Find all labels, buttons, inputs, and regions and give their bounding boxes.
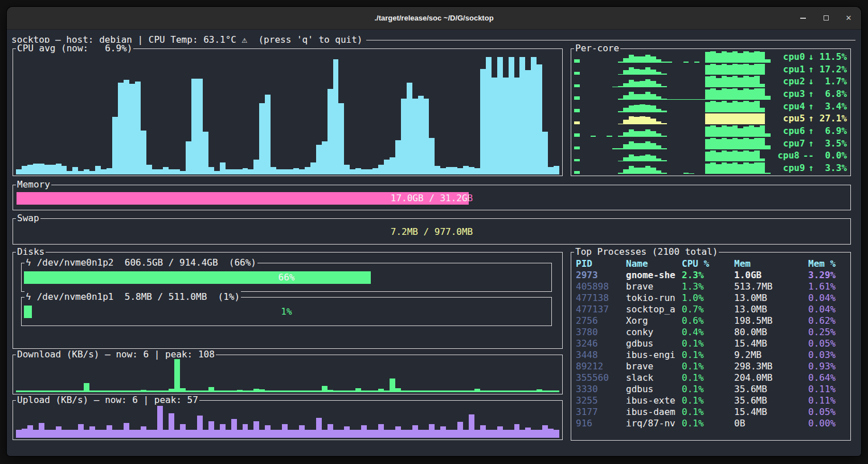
bar — [463, 166, 469, 174]
bar — [33, 430, 39, 438]
bar — [310, 430, 316, 438]
bar — [765, 173, 771, 174]
bar — [760, 64, 765, 75]
bar — [22, 166, 27, 174]
maximize-button[interactable] — [821, 14, 830, 23]
bar — [338, 430, 344, 438]
bar — [656, 121, 662, 125]
bar — [710, 150, 716, 162]
bar — [327, 89, 333, 175]
bar — [623, 58, 629, 63]
minimize-button[interactable] — [799, 14, 808, 23]
bar — [743, 138, 749, 149]
column-header-cpu-: CPU % — [682, 258, 734, 270]
bar — [705, 52, 711, 63]
bar — [738, 64, 743, 75]
cpu4-sparkline — [574, 100, 775, 113]
bar — [135, 430, 141, 438]
bar — [293, 390, 299, 392]
bar — [661, 62, 667, 63]
bar — [203, 430, 208, 438]
gauge-fill: 17.0GB / 31.2GB — [17, 192, 469, 205]
process-pid: 89212 — [576, 361, 626, 372]
bar — [157, 406, 163, 438]
cpu6-cval: 6.9% — [817, 125, 847, 137]
bar — [469, 390, 474, 392]
bar — [749, 139, 755, 149]
bar — [618, 136, 624, 137]
bar — [574, 96, 580, 100]
bar — [78, 390, 84, 392]
bar — [738, 139, 743, 149]
bar — [722, 138, 727, 149]
cpu8-sparkline — [574, 150, 775, 162]
bar — [33, 164, 39, 174]
bar — [265, 95, 271, 174]
bar — [124, 423, 129, 438]
bar — [722, 101, 727, 112]
bar — [732, 162, 738, 174]
process-memp: 0.93% — [808, 361, 847, 372]
bar — [760, 88, 765, 100]
cpu0-label: cpu0↓11.5% — [775, 51, 847, 63]
bar — [743, 101, 749, 112]
cpu4-trend-icon: ↑ — [808, 101, 814, 112]
bar — [722, 113, 727, 125]
bar — [554, 390, 559, 392]
bar — [705, 139, 711, 149]
process-name: brave — [626, 281, 682, 292]
process-name: brave — [626, 361, 682, 372]
bar — [629, 166, 634, 174]
bar — [169, 389, 174, 392]
bar — [101, 390, 107, 392]
cpu1-cname: cpu1 — [783, 64, 805, 75]
bar — [716, 127, 722, 137]
column-header-pid: PID — [576, 258, 626, 270]
close-button[interactable]: ✕ — [844, 14, 853, 23]
bar — [141, 390, 146, 392]
disk-item-title: ϟ/dev/nvme0n1p2 606.5GB / 914.4GB (66%) — [24, 257, 257, 268]
bar — [722, 125, 727, 137]
bar — [474, 430, 480, 438]
bar — [509, 57, 514, 174]
process-mem: 13.0MB — [734, 304, 808, 315]
core-row-cpu0: cpu0↓11.5% — [574, 51, 847, 63]
bar — [174, 169, 180, 174]
bar — [705, 164, 711, 174]
bar — [656, 109, 662, 112]
bar — [738, 152, 743, 161]
bar — [333, 59, 339, 174]
bar — [84, 383, 89, 392]
bar — [705, 89, 711, 100]
process-cpu: 0.1% — [682, 349, 734, 361]
bar — [248, 430, 253, 438]
bar — [231, 169, 237, 174]
bar — [705, 127, 711, 137]
bar — [727, 77, 732, 87]
bar — [231, 390, 237, 392]
process-name: ibus-engi — [626, 349, 682, 361]
process-cpu: 2.3% — [682, 270, 734, 281]
bar — [661, 86, 667, 87]
bar — [112, 390, 118, 392]
bar — [16, 169, 22, 174]
bar — [519, 57, 525, 174]
bar — [645, 154, 651, 162]
bar — [62, 166, 67, 174]
bar — [732, 76, 738, 87]
bar — [749, 52, 755, 63]
bar — [305, 430, 310, 438]
bar — [424, 390, 429, 392]
cpu7-cval: 3.5% — [817, 138, 847, 149]
bar — [640, 156, 645, 161]
bar — [72, 390, 78, 392]
bar — [743, 51, 749, 63]
cpu4-cval: 3.4% — [817, 101, 847, 112]
bar — [22, 390, 27, 392]
bar — [157, 390, 163, 392]
bar — [226, 390, 231, 392]
bar — [656, 59, 662, 63]
cpu6-trend-icon: ↑ — [808, 125, 814, 137]
process-mem: 298.3MB — [734, 361, 808, 372]
bar — [39, 164, 44, 174]
